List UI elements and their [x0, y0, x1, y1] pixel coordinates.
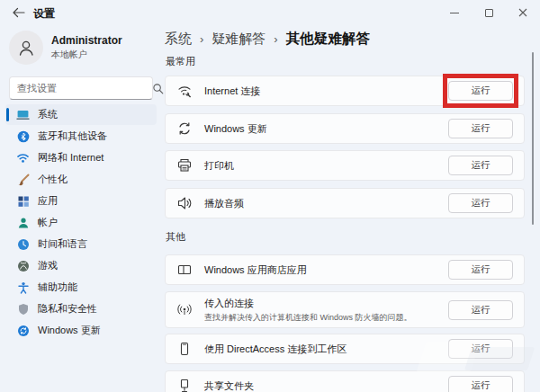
row-label: 打印机	[204, 159, 234, 173]
troubleshooter-row-incoming-connections: 传入的连接 查找并解决传入的计算机连接和 Windows 防火墙的问题。 运行	[165, 291, 525, 328]
settings-window: 设置 Administrator 本地帐户	[0, 0, 540, 392]
incoming-connection-icon	[176, 302, 193, 318]
run-button-directaccess[interactable]: 运行	[448, 339, 513, 359]
search-icon	[152, 83, 164, 94]
scrollbar[interactable]	[532, 52, 534, 225]
user-account-type: 本地帐户	[51, 49, 122, 61]
sidebar-item-system[interactable]: 系统	[5, 104, 157, 125]
store-icon	[176, 262, 193, 278]
run-button-printer[interactable]: 运行	[448, 156, 513, 175]
shared-folder-icon	[176, 378, 193, 392]
apps-grid-icon	[16, 194, 30, 208]
row-label: 播放音频	[204, 197, 244, 210]
sidebar-item-windows-update[interactable]: Windows 更新	[5, 320, 157, 341]
row-label: Windows 更新	[204, 122, 267, 136]
sidebar-item-label: 时间和语言	[38, 237, 87, 251]
troubleshooter-row-directaccess: 使用 DirectAccess 连接到工作区 运行	[165, 334, 525, 364]
sidebar-item-network-internet[interactable]: 网络和 Internet	[5, 147, 157, 168]
avatar	[9, 31, 43, 65]
sidebar-item-accessibility[interactable]: 辅助功能	[5, 277, 157, 298]
titlebar: 设置	[0, 0, 540, 25]
wifi-wrench-icon	[176, 83, 193, 99]
page-title: 其他疑难解答	[286, 30, 370, 49]
minimize-button[interactable]	[437, 0, 472, 25]
close-button[interactable]	[506, 0, 540, 25]
row-subtitle: 查找并解决传入的计算机连接和 Windows 防火墙的问题。	[204, 312, 412, 324]
wifi-icon	[16, 151, 30, 165]
sidebar-nav: 系统 蓝牙和其他设备 网络和 Internet 个性化 应用 帐户	[0, 104, 162, 342]
troubleshooter-row-shared-folders: 共享文件夹 运行	[165, 370, 525, 392]
sidebar: Administrator 本地帐户 系统 蓝牙和其他设备 网络和 Intern…	[0, 25, 162, 392]
brush-icon	[16, 173, 30, 186]
sidebar-item-time-language[interactable]: 时间和语言	[5, 234, 157, 254]
row-label: 共享文件夹	[204, 379, 254, 392]
sidebar-item-apps[interactable]: 应用	[5, 191, 157, 211]
breadcrumb-troubleshoot[interactable]: 疑难解答	[212, 31, 266, 48]
run-button-audio[interactable]: 运行	[448, 193, 513, 213]
shield-icon	[16, 302, 30, 316]
sidebar-item-personalization[interactable]: 个性化	[5, 169, 157, 190]
breadcrumb: 系统 › 疑难解答 › 其他疑难解答	[165, 30, 370, 49]
search-input[interactable]	[10, 83, 152, 94]
sidebar-item-label: 隐私和安全性	[38, 302, 97, 316]
maximize-icon	[485, 9, 493, 17]
printer-icon	[176, 157, 193, 174]
window-title: 设置	[33, 6, 55, 22]
account-person-icon	[16, 216, 30, 229]
run-button-incoming-connections[interactable]: 运行	[448, 300, 513, 320]
xbox-icon	[16, 259, 30, 272]
troubleshooter-row-store-apps: Windows 应用商店应用 运行	[165, 254, 525, 285]
sidebar-item-gaming[interactable]: 游戏	[5, 255, 157, 276]
back-arrow-icon	[13, 7, 25, 18]
sidebar-item-label: 游戏	[38, 259, 58, 272]
row-label: Windows 应用商店应用	[204, 263, 307, 277]
maximize-button[interactable]	[472, 0, 506, 25]
run-button-store-apps[interactable]: 运行	[448, 260, 513, 280]
bluetooth-icon	[16, 129, 30, 143]
sidebar-item-label: 系统	[38, 108, 58, 121]
sync-icon	[176, 120, 193, 137]
user-account[interactable]: Administrator 本地帐户	[9, 31, 122, 65]
workplace-device-icon	[176, 341, 193, 357]
section-most-frequent: 最常用	[166, 55, 195, 68]
run-button-shared-folders[interactable]: 运行	[448, 376, 513, 392]
sidebar-item-accounts[interactable]: 帐户	[5, 212, 157, 233]
back-button[interactable]	[9, 4, 29, 21]
sidebar-item-privacy-security[interactable]: 隐私和安全性	[5, 298, 157, 319]
row-label: 使用 DirectAccess 连接到工作区	[204, 343, 346, 356]
sidebar-item-label: 个性化	[38, 173, 68, 186]
row-label: 传入的连接	[204, 297, 412, 310]
troubleshooter-row-internet: Internet 连接 运行	[165, 76, 525, 106]
minimize-icon	[450, 13, 459, 13]
sidebar-item-label: 网络和 Internet	[38, 151, 104, 165]
run-button-windows-update[interactable]: 运行	[448, 119, 513, 138]
run-button-internet[interactable]: 运行	[448, 81, 513, 101]
breadcrumb-separator: ›	[200, 32, 203, 46]
breadcrumb-system[interactable]: 系统	[165, 31, 192, 48]
troubleshooter-row-windows-update: Windows 更新 运行	[165, 113, 525, 144]
system-icon	[16, 108, 30, 121]
sidebar-item-label: 应用	[38, 194, 58, 208]
accessibility-person-icon	[16, 281, 30, 294]
update-icon	[16, 324, 30, 337]
search-box[interactable]	[9, 76, 153, 100]
sidebar-item-label: 蓝牙和其他设备	[38, 129, 107, 143]
close-icon	[518, 8, 527, 17]
troubleshooter-row-printer: 打印机 运行	[165, 150, 525, 181]
clock-globe-icon	[16, 237, 30, 251]
sidebar-item-label: 帐户	[38, 216, 58, 229]
sidebar-item-label: 辅助功能	[38, 281, 77, 294]
troubleshooter-row-audio: 播放音频 运行	[165, 188, 525, 218]
section-other: 其他	[166, 230, 185, 244]
speaker-icon	[176, 195, 193, 211]
row-label: Internet 连接	[204, 85, 260, 98]
sidebar-item-bluetooth-devices[interactable]: 蓝牙和其他设备	[5, 126, 157, 147]
sidebar-item-label: Windows 更新	[38, 324, 101, 337]
user-name: Administrator	[51, 34, 122, 47]
breadcrumb-separator: ›	[274, 32, 277, 46]
